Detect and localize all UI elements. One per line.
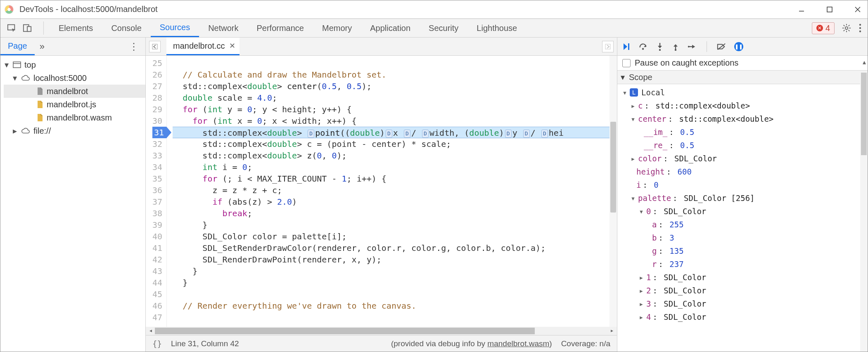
devtools-tab-security[interactable]: Security xyxy=(420,19,467,37)
nav-fwd-button[interactable] xyxy=(602,41,614,52)
line-number[interactable]: 29 xyxy=(152,104,162,115)
code-content[interactable]: // Calculate and draw the Mandelbrot set… xyxy=(167,56,617,327)
chevron-down-icon[interactable] xyxy=(4,60,9,70)
error-count-badge[interactable]: ✕ 4 xyxy=(812,22,835,34)
editor-horizontal-scrollbar[interactable]: ◂ ▸ xyxy=(146,327,617,335)
step-into-button[interactable] xyxy=(656,43,664,51)
code-line[interactable] xyxy=(173,288,617,300)
pretty-print-icon[interactable]: {} xyxy=(152,339,162,348)
scroll-left-icon[interactable]: ◂ xyxy=(147,328,154,334)
devtools-tab-performance[interactable]: Performance xyxy=(248,19,313,37)
code-line[interactable]: z = z * z + c; xyxy=(173,184,617,196)
scope-var-palette-0-g[interactable]: g: 135 xyxy=(620,244,868,258)
chevron-right-icon[interactable] xyxy=(638,312,645,321)
scope-var-palette-0[interactable]: 0: SDL_Color xyxy=(620,205,868,218)
tree-origin-file[interactable]: file:// xyxy=(4,124,145,137)
line-number[interactable]: 35 xyxy=(152,173,162,184)
devtools-tab-sources[interactable]: Sources xyxy=(151,19,199,37)
chevron-right-icon[interactable] xyxy=(638,286,645,295)
settings-gear-icon[interactable] xyxy=(842,24,851,33)
code-line[interactable]: std::complex<double> z(0, 0); xyxy=(173,150,617,161)
navigator-kebab-icon[interactable]: ⋮ xyxy=(129,41,145,52)
kebab-menu-icon[interactable] xyxy=(859,24,862,33)
nav-back-button[interactable] xyxy=(149,41,161,52)
code-line[interactable]: for (int y = 0; y < height; y++) { xyxy=(173,104,617,115)
chevron-down-icon[interactable]: ▾ xyxy=(621,72,626,82)
chevron-right-icon[interactable] xyxy=(638,273,645,282)
scope-var-palette-0-b[interactable]: b: 3 xyxy=(620,231,868,244)
scope-var-palette-2[interactable]: 2: SDL_Color xyxy=(620,284,868,297)
scroll-up-icon[interactable]: ▴ xyxy=(863,58,866,66)
line-number[interactable]: 34 xyxy=(152,161,162,173)
code-line[interactable]: if (abs(z) > 2.0) xyxy=(173,196,617,208)
scope-var-palette[interactable]: palette: SDL_Color [256] xyxy=(620,191,868,205)
checkbox[interactable] xyxy=(622,59,631,67)
editor-tab[interactable]: mandelbrot.cc ✕ xyxy=(166,38,240,55)
scope-var-palette-1[interactable]: 1: SDL_Color xyxy=(620,271,868,284)
devtools-tab-network[interactable]: Network xyxy=(199,19,247,37)
deactivate-breakpoints-button[interactable] xyxy=(717,43,726,51)
line-number[interactable]: 41 xyxy=(152,242,162,254)
line-number[interactable]: 37 xyxy=(152,196,162,208)
navigator-more-tabs-icon[interactable]: » xyxy=(35,41,50,52)
scope-var-height[interactable]: height: 600 xyxy=(620,165,868,178)
code-line[interactable]: SDL_Color color = palette[i]; xyxy=(173,231,617,242)
line-number[interactable]: 40 xyxy=(152,231,162,242)
resume-button[interactable] xyxy=(622,43,631,51)
chevron-right-icon[interactable] xyxy=(638,299,645,308)
devtools-tab-lighthouse[interactable]: Lighthouse xyxy=(467,19,526,37)
line-number[interactable]: 43 xyxy=(152,265,162,277)
tree-file[interactable]: mandelbrot.js xyxy=(4,98,145,111)
line-number[interactable]: 36 xyxy=(152,184,162,196)
code-line[interactable]: } xyxy=(173,265,617,277)
line-number[interactable]: 25 xyxy=(152,57,162,69)
line-number[interactable]: 47 xyxy=(152,312,162,323)
line-number-gutter[interactable]: 2526272829303132333435363738394041424344… xyxy=(146,56,167,327)
line-number[interactable]: 31 xyxy=(152,127,166,138)
line-number[interactable]: 33 xyxy=(152,150,162,161)
scope-var-center-re[interactable]: __re_: 0.5 xyxy=(620,139,868,152)
line-number[interactable]: 30 xyxy=(152,115,162,127)
step-over-button[interactable] xyxy=(639,43,648,51)
step-button[interactable] xyxy=(688,43,697,51)
minimize-button[interactable] xyxy=(797,5,806,14)
code-line[interactable]: } xyxy=(173,277,617,288)
code-line[interactable]: } xyxy=(173,219,617,231)
tree-file[interactable]: mandelbrot xyxy=(4,85,145,98)
line-number[interactable]: 26 xyxy=(152,69,162,80)
inspect-element-icon[interactable] xyxy=(7,24,16,33)
line-number[interactable]: 32 xyxy=(152,138,162,150)
scope-var-i[interactable]: i: 0 xyxy=(620,178,868,191)
line-number[interactable]: 28 xyxy=(152,92,162,104)
scope-var-palette-0-r[interactable]: r: 237 xyxy=(620,258,868,271)
code-line[interactable]: std::complex<double> c = (point - center… xyxy=(173,138,617,150)
code-line[interactable]: int i = 0; xyxy=(173,161,617,173)
maximize-button[interactable] xyxy=(825,5,835,14)
chevron-down-icon[interactable] xyxy=(638,207,645,216)
tree-file[interactable]: mandelbrot.wasm xyxy=(4,111,145,124)
scope-var-palette-4[interactable]: 4: SDL_Color xyxy=(620,310,868,324)
code-line[interactable]: std::complex<double> center(0.5, 0.5); xyxy=(173,80,617,92)
line-number[interactable]: 39 xyxy=(152,219,162,231)
editor-vertical-scrollbar[interactable] xyxy=(609,56,617,327)
code-line[interactable]: // Calculate and draw the Mandelbrot set… xyxy=(173,69,617,80)
chevron-down-icon[interactable] xyxy=(621,88,628,97)
devtools-tab-memory[interactable]: Memory xyxy=(313,19,361,37)
line-number[interactable]: 44 xyxy=(152,277,162,288)
debugger-vertical-scrollbar[interactable] xyxy=(860,73,868,352)
code-line[interactable]: for (int x = 0; x < width; x++) { xyxy=(173,115,617,127)
scope-var-color[interactable]: color: SDL_Color xyxy=(620,152,868,165)
line-number[interactable]: 42 xyxy=(152,254,162,265)
scope-var-palette-3[interactable]: 3: SDL_Color xyxy=(620,297,868,310)
code-line[interactable]: SDL_SetRenderDrawColor(renderer, color.r… xyxy=(173,242,617,254)
scope-var-center-im[interactable]: __im_: 0.5 xyxy=(620,125,868,139)
chevron-right-icon[interactable] xyxy=(630,101,636,110)
tree-frame-top[interactable]: top xyxy=(4,58,145,71)
code-line[interactable]: // Render everything we've drawn to the … xyxy=(173,300,617,312)
chevron-down-icon[interactable] xyxy=(12,73,18,83)
code-line[interactable]: std::complex<double> Dpoint((double)Dx D… xyxy=(173,127,617,138)
chevron-down-icon[interactable] xyxy=(630,114,636,123)
code-line[interactable]: break; xyxy=(173,208,617,219)
scope-var-center[interactable]: center: std::complex<double> xyxy=(620,112,868,125)
debug-info-link[interactable]: mandelbrot.wasm xyxy=(487,339,549,348)
